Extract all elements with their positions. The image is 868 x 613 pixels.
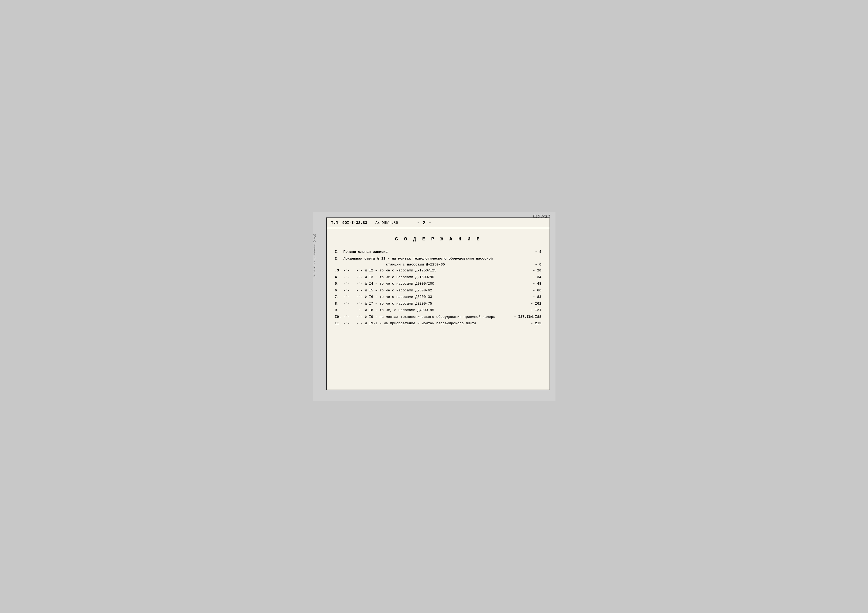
entry-6-num: 6.: [335, 288, 344, 293]
header-ax: Ах.УШ/Ш.86: [375, 221, 398, 225]
entry-4-dash: -"-: [344, 275, 351, 280]
entry-4-page: - 34: [509, 275, 541, 280]
toc-entry-8: 8. -"- -"- № I7 – то же с насосами Д3200…: [335, 301, 541, 306]
entry-8-text: -"- № I7 – то же с насосами Д3200-75: [356, 301, 509, 306]
entry-3-text: -"- № I2 – то же с насосами Д-I250/I25: [356, 268, 509, 273]
entry-4-num: 4.: [335, 275, 344, 280]
entry-10-text: -"- № I9 – на монтаж технологического об…: [356, 314, 509, 320]
entry-5-page: - 48: [509, 281, 541, 287]
document-header: Т.П. 9ОI-I-32.83 Ах.УШ/Ш.86 - 2 -: [327, 218, 550, 228]
toc-entry-9: 9. -"- -"- № I8 – то же, с насосами Д400…: [335, 307, 541, 313]
entry-10-dash: -"-: [344, 314, 351, 320]
header-tp: Т.П. 9ОI-I-32.83: [331, 221, 367, 225]
entry-1-num: I.: [335, 249, 344, 255]
entry-9-num: 9.: [335, 307, 344, 313]
entry-6-text: -"- № I5 – то же с насосами Д2500-62: [356, 288, 509, 293]
document-border: Т.П. 9ОI-I-32.83 Ах.УШ/Ш.86 - 2 - С О Д …: [326, 217, 550, 390]
entry-11-page: - 2I3: [509, 321, 541, 326]
entry-3-dash: -"-: [344, 268, 351, 273]
entry-8-page: - I02: [509, 301, 541, 306]
entry-10-page: - I37,I64,I88: [509, 314, 541, 320]
entry-7-dash: -"-: [344, 294, 351, 300]
toc-entry-2: 2. Локальная смета № II – на монтаж техн…: [335, 256, 541, 261]
entry-7-page: - 83: [509, 294, 541, 300]
entry-3-page: - 20: [509, 268, 541, 273]
page-number-top: 8159/14: [533, 214, 550, 219]
entry-2-num: 2.: [335, 256, 344, 261]
document-title: С О Д Е Р Ж А Н И Е: [335, 236, 541, 242]
entry-1-page: - 4: [509, 249, 541, 255]
toc-entry-11: II. -"- -"- № I9-I – на приобретение и м…: [335, 321, 541, 326]
toc-entry-1: I. Пояснительная записка - 4: [335, 249, 541, 255]
toc-entry-10: I0. -"- -"- № I9 – на монтаж технологиче…: [335, 314, 541, 320]
toc-entry-5: 5. -"- -"- № I4 – то же с насосами Д2000…: [335, 281, 541, 287]
entry-5-dash: -"-: [344, 281, 351, 287]
entry-5-num: 5.: [335, 281, 344, 287]
entry-7-num: 7.: [335, 294, 344, 300]
entry-11-text: -"- № I9-I – на приобретение и монтаж па…: [356, 321, 509, 326]
left-margin-text: ЭМ ЗМ ЯЭ /3 тр.560кш158 (43ад): [313, 234, 316, 277]
toc-entry-2-sub: станции с насосами Д-I250/65 - 6: [335, 262, 541, 267]
entry-4-text: -"- № I3 – то же с насосами Д-I600/90: [356, 275, 509, 280]
entry-8-dash: -"-: [344, 301, 351, 306]
toc-entry-4: 4. -"- -"- № I3 – то же с насосами Д-I60…: [335, 275, 541, 280]
entry-3-num: .3.: [335, 268, 344, 273]
entry-11-num: II.: [335, 321, 344, 326]
entry-10-num: I0.: [335, 314, 344, 320]
header-page: - 2 -: [417, 220, 431, 225]
entry-6-page: - 66: [509, 288, 541, 293]
toc-entry-7: 7. -"- -"- № I6 – то же с насосами Д3200…: [335, 294, 541, 300]
entry-9-text: -"- № I8 – то же, с насосами Д4000-95: [356, 307, 509, 313]
entry-8-num: 8.: [335, 301, 344, 306]
toc-entry-3: .3. -"- -"- № I2 – то же с насосами Д-I2…: [335, 268, 541, 273]
entry-7-text: -"- № I6 – то же с насосами Д3200-33: [356, 294, 509, 300]
entry-9-dash: -"-: [344, 307, 351, 313]
entry-2-text: Локальная смета № II – на монтаж техноло…: [344, 256, 509, 261]
entry-9-page: - I2I: [509, 307, 541, 313]
toc-entry-6: 6. -"- -"- № I5 – то же с насосами Д2500…: [335, 288, 541, 293]
page-wrapper: 8159/14 ЭМ ЗМ ЯЭ /3 тр.560кш158 (43ад) Т…: [313, 212, 555, 401]
entry-1-text: Пояснительная записка: [344, 249, 509, 255]
entry-11-dash: -"-: [344, 321, 351, 326]
entry-6-dash: -"-: [344, 288, 351, 293]
entry-5-text: -"- № I4 – то же с насосами Д2000/I00: [356, 281, 509, 287]
content-area: С О Д Е Р Ж А Н И Е I. Пояснительная зап…: [327, 228, 550, 333]
